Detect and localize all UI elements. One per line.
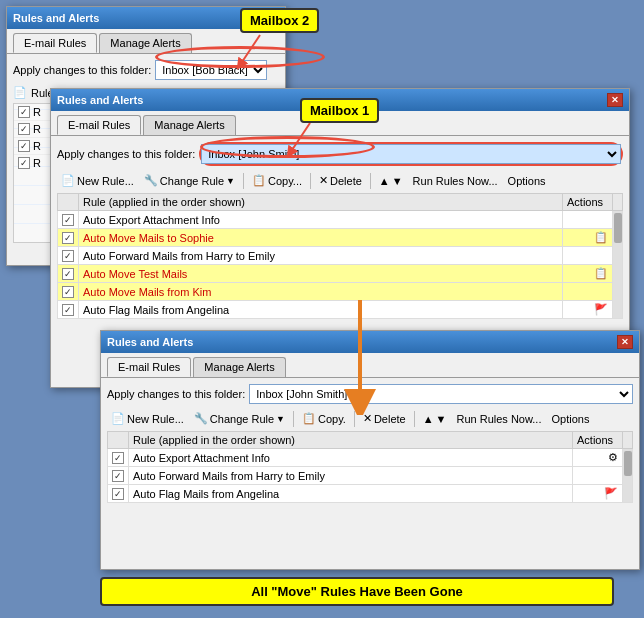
middle-folder-label: Apply changes to this folder: [57, 148, 195, 160]
front-change-rule-icon: 🔧 [194, 412, 208, 425]
mailbox2-annotation: Mailbox 2 [240, 8, 319, 33]
middle-change-rule-btn[interactable]: 🔧 Change Rule ▼ [140, 172, 239, 189]
front-run-rules-btn[interactable]: ▲ ▼ [419, 411, 451, 427]
back-chk-3[interactable] [18, 140, 30, 152]
down-icon: ▼ [392, 175, 403, 187]
front-window-titlebar: Rules and Alerts ✕ [101, 331, 639, 353]
middle-new-rule-btn[interactable]: 📄 New Rule... [57, 172, 138, 189]
middle-rule-row-3: Auto Forward Mails from Harry to Emily [58, 247, 623, 265]
middle-col-actions: Actions [563, 194, 613, 211]
front-scrollbar[interactable] [623, 449, 633, 503]
front-chk-1[interactable] [112, 452, 124, 464]
front-down-icon: ▼ [436, 413, 447, 425]
front-rule-row-2: Auto Forward Mails from Harry to Emily [108, 467, 633, 485]
middle-toolbar: 📄 New Rule... 🔧 Change Rule ▼ 📋 Copy... … [57, 172, 623, 189]
middle-rule-row-6: Auto Flag Mails from Angelina 🚩 [58, 301, 623, 319]
middle-chk-1[interactable] [62, 214, 74, 226]
back-folder-row: Apply changes to this folder: Inbox [Bob… [13, 60, 279, 80]
front-change-rule-dropdown-icon: ▼ [276, 414, 285, 424]
front-rule-row-3: Auto Flag Mails from Angelina 🚩 [108, 485, 633, 503]
front-delete-icon: ✕ [363, 412, 372, 425]
middle-rule-row-1: Auto Export Attachment Info [58, 211, 623, 229]
middle-scrollbar[interactable] [613, 211, 623, 319]
front-col-check [108, 432, 129, 449]
back-chk-2[interactable] [18, 123, 30, 135]
front-folder-label: Apply changes to this folder: [107, 388, 245, 400]
middle-col-check [58, 194, 79, 211]
front-copy-btn[interactable]: 📋 Copy. [298, 410, 350, 427]
front-delete-btn[interactable]: ✕ Delete [359, 410, 410, 427]
middle-table-wrapper: Rule (applied in the order shown) Action… [57, 193, 623, 319]
middle-window-close[interactable]: ✕ [607, 93, 623, 107]
front-chk-2[interactable] [112, 470, 124, 482]
front-up-icon: ▲ [423, 413, 434, 425]
front-folder-select[interactable]: Inbox [John Smith] [249, 384, 633, 404]
change-rule-icon: 🔧 [144, 174, 158, 187]
front-change-rule-btn[interactable]: 🔧 Change Rule ▼ [190, 410, 289, 427]
back-tab-email[interactable]: E-mail Rules [13, 33, 97, 53]
back-folder-select[interactable]: Inbox [Bob Black] [155, 60, 267, 80]
middle-copy-btn[interactable]: 📋 Copy... [248, 172, 306, 189]
middle-col-scroll [613, 194, 623, 211]
front-tab-bar: E-mail Rules Manage Alerts [101, 353, 639, 377]
front-rules-table: Rule (applied in the order shown) Action… [107, 431, 633, 503]
new-rule-icon: 📄 [61, 174, 75, 187]
middle-folder-select[interactable]: Inbox [John Smith] [201, 144, 621, 164]
middle-folder-row: Apply changes to this folder: Inbox [Joh… [57, 142, 623, 166]
middle-chk-5[interactable] [62, 286, 74, 298]
front-window: Rules and Alerts ✕ E-mail Rules Manage A… [100, 330, 640, 570]
front-col-actions: Actions [573, 432, 623, 449]
front-options-btn[interactable]: Options [547, 411, 593, 427]
front-col-scroll [623, 432, 633, 449]
middle-rule-row-4: Auto Move Test Mails 📋 [58, 265, 623, 283]
front-toolbar: 📄 New Rule... 🔧 Change Rule ▼ 📋 Copy. ✕ … [107, 410, 633, 427]
front-new-rule-btn[interactable]: 📄 New Rule... [107, 410, 188, 427]
copy-icon: 📋 [252, 174, 266, 187]
front-new-rule-icon: 📄 [111, 412, 125, 425]
front-toolbar-sep-3 [414, 411, 415, 427]
middle-run-rules-btn[interactable]: ▲ ▼ [375, 173, 407, 189]
middle-window-title: Rules and Alerts [57, 94, 143, 106]
front-rule-row-1: Auto Export Attachment Info ⚙ [108, 449, 633, 467]
delete-icon: ✕ [319, 174, 328, 187]
middle-col-rule: Rule (applied in the order shown) [79, 194, 563, 211]
back-window-title: Rules and Alerts [13, 12, 99, 24]
bottom-note: All "Move" Rules Have Been Gone [100, 577, 614, 606]
front-toolbar-sep-2 [354, 411, 355, 427]
middle-options-btn[interactable]: Options [504, 173, 550, 189]
up-icon: ▲ [379, 175, 390, 187]
front-run-now-btn[interactable]: Run Rules Now... [453, 411, 546, 427]
middle-rules-table: Rule (applied in the order shown) Action… [57, 193, 623, 319]
front-toolbar-sep-1 [293, 411, 294, 427]
front-window-title: Rules and Alerts [107, 336, 193, 348]
middle-window-content: Apply changes to this folder: Inbox [Joh… [51, 135, 629, 325]
change-rule-dropdown-icon: ▼ [226, 176, 235, 186]
middle-tab-manage[interactable]: Manage Alerts [143, 115, 235, 135]
front-folder-row: Apply changes to this folder: Inbox [Joh… [107, 384, 633, 404]
middle-delete-btn[interactable]: ✕ Delete [315, 172, 366, 189]
front-tab-manage[interactable]: Manage Alerts [193, 357, 285, 377]
middle-rule-row-5: Auto Move Mails from Kim [58, 283, 623, 301]
middle-tab-email[interactable]: E-mail Rules [57, 115, 141, 135]
mailbox1-annotation: Mailbox 1 [300, 98, 379, 123]
back-chk-4[interactable] [18, 157, 30, 169]
front-col-rule: Rule (applied in the order shown) [129, 432, 573, 449]
middle-chk-6[interactable] [62, 304, 74, 316]
toolbar-sep-2 [310, 173, 311, 189]
back-tab-manage[interactable]: Manage Alerts [99, 33, 191, 53]
middle-chk-3[interactable] [62, 250, 74, 262]
back-folder-label: Apply changes to this folder: [13, 64, 151, 76]
front-window-content: Apply changes to this folder: Inbox [Joh… [101, 377, 639, 509]
middle-run-now-btn[interactable]: Run Rules Now... [409, 173, 502, 189]
front-table-wrapper: Rule (applied in the order shown) Action… [107, 431, 633, 503]
front-window-close[interactable]: ✕ [617, 335, 633, 349]
toolbar-sep-3 [370, 173, 371, 189]
toolbar-sep-1 [243, 173, 244, 189]
front-copy-icon: 📋 [302, 412, 316, 425]
middle-chk-2[interactable] [62, 232, 74, 244]
middle-chk-4[interactable] [62, 268, 74, 280]
back-chk-1[interactable] [18, 106, 30, 118]
middle-rule-row-2: Auto Move Mails to Sophie 📋 [58, 229, 623, 247]
front-tab-email[interactable]: E-mail Rules [107, 357, 191, 377]
front-chk-3[interactable] [112, 488, 124, 500]
